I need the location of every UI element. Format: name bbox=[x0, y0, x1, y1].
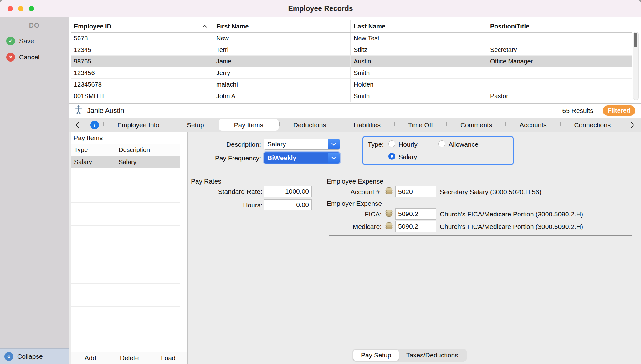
employee-row[interactable]: 001SMITH John A Smith Pastor bbox=[71, 90, 632, 102]
cell-first-name[interactable]: Terri bbox=[213, 44, 350, 55]
account-number-input[interactable] bbox=[395, 186, 436, 197]
radio-salary-label[interactable]: Salary bbox=[398, 153, 417, 161]
cell-last-name[interactable]: New Test bbox=[350, 33, 487, 44]
close-button[interactable] bbox=[8, 6, 13, 11]
fica-label: FICA: bbox=[326, 210, 382, 218]
window-title: Employee Records bbox=[288, 4, 353, 13]
tab-time-off[interactable]: Time Off bbox=[395, 118, 446, 132]
chevron-down-icon[interactable] bbox=[328, 139, 340, 149]
employee-row[interactable]: 12345678 malachi Holden bbox=[71, 79, 632, 90]
column-header-description[interactable]: Description bbox=[115, 144, 180, 156]
description-value[interactable]: Salary bbox=[264, 139, 328, 149]
taxes-deductions-segment[interactable]: Taxes/Deductions bbox=[399, 350, 466, 361]
collapse-button[interactable]: « Collapse bbox=[0, 348, 69, 364]
column-header-last-name[interactable]: Last Name bbox=[350, 20, 487, 32]
employee-row[interactable]: 5678 New New Test bbox=[71, 33, 632, 44]
app-window: Employee Records DO ✓ Save ✕ Cancel « Co… bbox=[0, 0, 641, 364]
radio-hourly[interactable] bbox=[388, 140, 395, 147]
tab-comments[interactable]: Comments bbox=[447, 118, 505, 132]
pay-frequency-dropdown[interactable]: BiWeekly bbox=[264, 152, 340, 164]
save-button[interactable]: ✓ Save bbox=[0, 35, 69, 47]
employee-table: Employee ID First Name Last Name Positio… bbox=[71, 20, 632, 103]
cell-first-name[interactable]: Jerry bbox=[213, 67, 350, 78]
type-group-box: Type: Hourly Allowance Salary bbox=[362, 136, 514, 165]
cell-first-name[interactable]: Janie bbox=[213, 56, 350, 67]
cell-last-name[interactable]: Stiltz bbox=[350, 44, 487, 55]
column-header-first-name[interactable]: First Name bbox=[213, 20, 350, 32]
cell-employee-id[interactable]: 12345 bbox=[71, 44, 213, 55]
cell-employee-id[interactable]: 123456 bbox=[71, 67, 213, 78]
cancel-button[interactable]: ✕ Cancel bbox=[0, 52, 69, 63]
cell-position[interactable] bbox=[487, 79, 632, 90]
medicare-account-description: Church's FICA/Medicare Portion (3000.509… bbox=[440, 223, 583, 230]
radio-allowance-label[interactable]: Allowance bbox=[449, 141, 479, 148]
check-circle-icon: ✓ bbox=[6, 37, 15, 45]
description-dropdown[interactable]: Salary bbox=[264, 139, 340, 150]
table-scrollbar[interactable] bbox=[633, 32, 639, 100]
pay-frequency-value[interactable]: BiWeekly bbox=[264, 153, 328, 163]
section-divider bbox=[201, 172, 632, 172]
cell-employee-id[interactable]: 5678 bbox=[71, 33, 213, 44]
column-header-employee-id[interactable]: Employee ID bbox=[71, 20, 213, 32]
employee-row[interactable]: 12345 Terri Stiltz Secretary bbox=[71, 44, 632, 56]
pay-item-row-selected[interactable]: Salary Salary bbox=[71, 156, 180, 168]
tab-connections[interactable]: Connections bbox=[561, 118, 624, 132]
cell-position[interactable]: Office Manager bbox=[487, 56, 632, 67]
employee-row-selected[interactable]: 98765 Janie Austin Office Manager bbox=[71, 56, 632, 67]
save-label: Save bbox=[19, 37, 34, 45]
expense-divider bbox=[329, 235, 632, 236]
cell-type[interactable]: Salary bbox=[71, 156, 115, 168]
cell-first-name[interactable]: John A bbox=[213, 90, 350, 102]
tab-deductions[interactable]: Deductions bbox=[280, 118, 340, 132]
cell-employee-id[interactable]: 98765 bbox=[71, 56, 213, 67]
account-lookup-icon[interactable] bbox=[384, 209, 394, 217]
cell-employee-id[interactable]: 001SMITH bbox=[71, 90, 213, 102]
zoom-button[interactable] bbox=[29, 6, 34, 11]
cell-description[interactable]: Salary bbox=[115, 156, 180, 168]
radio-allowance[interactable] bbox=[438, 140, 445, 147]
add-button[interactable]: Add bbox=[71, 352, 110, 364]
tab-pay-items[interactable]: Pay Items bbox=[219, 119, 279, 131]
chevron-down-icon[interactable] bbox=[328, 153, 340, 163]
delete-button[interactable]: Delete bbox=[110, 352, 148, 364]
cell-last-name[interactable]: Smith bbox=[350, 67, 487, 78]
tab-liabilities[interactable]: Liabilities bbox=[340, 118, 394, 132]
employee-table-zone: Employee ID First Name Last Name Positio… bbox=[69, 17, 641, 103]
account-lookup-icon[interactable] bbox=[384, 187, 394, 195]
pay-setup-segment[interactable]: Pay Setup bbox=[353, 350, 399, 361]
hours-input[interactable] bbox=[264, 199, 312, 210]
load-button[interactable]: Load bbox=[149, 352, 187, 364]
cell-position[interactable] bbox=[487, 33, 632, 44]
scrollbar-thumb[interactable] bbox=[634, 33, 637, 47]
cell-last-name[interactable]: Smith bbox=[350, 90, 487, 102]
column-header-position[interactable]: Position/Title bbox=[487, 20, 632, 32]
cell-employee-id[interactable]: 12345678 bbox=[71, 79, 213, 90]
tab-setup[interactable]: Setup bbox=[173, 118, 218, 132]
cell-position[interactable]: Pastor bbox=[487, 90, 632, 102]
employee-row[interactable]: 123456 Jerry Smith bbox=[71, 67, 632, 79]
type-label: Type: bbox=[368, 141, 384, 148]
filtered-badge[interactable]: Filtered bbox=[603, 105, 635, 116]
account-lookup-icon[interactable] bbox=[384, 222, 394, 230]
cell-last-name[interactable]: Holden bbox=[350, 79, 487, 90]
tab-employee-info[interactable]: Employee Info bbox=[104, 118, 173, 132]
info-icon: i bbox=[90, 121, 99, 129]
tabs-scroll-left-button[interactable] bbox=[69, 118, 86, 132]
cell-first-name[interactable]: New bbox=[213, 33, 350, 44]
info-tab-button[interactable]: i bbox=[86, 118, 103, 132]
description-label: Description: bbox=[191, 141, 261, 148]
tab-accounts[interactable]: Accounts bbox=[506, 118, 560, 132]
fica-account-input[interactable] bbox=[395, 208, 436, 220]
minimize-button[interactable] bbox=[18, 6, 23, 11]
pay-items-panel: Pay Items Type Description Salary Salary… bbox=[71, 132, 188, 364]
cell-first-name[interactable]: malachi bbox=[213, 79, 350, 90]
cell-position[interactable] bbox=[487, 67, 632, 78]
tabs-scroll-right-button[interactable] bbox=[624, 118, 641, 132]
radio-salary[interactable] bbox=[388, 153, 395, 160]
column-header-type[interactable]: Type bbox=[71, 144, 115, 156]
standard-rate-input[interactable] bbox=[264, 186, 312, 197]
medicare-account-input[interactable] bbox=[395, 221, 436, 232]
radio-hourly-label[interactable]: Hourly bbox=[398, 141, 418, 148]
cell-last-name[interactable]: Austin bbox=[350, 56, 487, 67]
cell-position[interactable]: Secretary bbox=[487, 44, 632, 55]
